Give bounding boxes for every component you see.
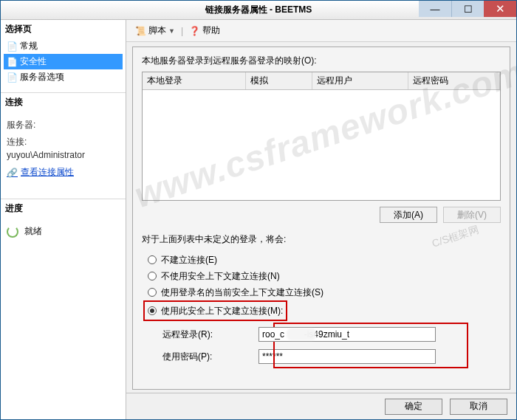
left-panel: 选择页 📄 常规 📄 安全性 📄 服务器选项 连接 服务器: — [1, 20, 126, 419]
view-connection-properties-link[interactable]: 🔗 查看连接属性 — [7, 166, 74, 179]
sidebar-item-label: 安全性 — [20, 55, 47, 68]
radio-icon — [148, 288, 157, 297]
dialog-footer: 确定 取消 — [126, 393, 516, 419]
connection-block: 服务器: 连接: yuyou\Administrator 🔗 查看连接属性 — [1, 110, 126, 199]
radio-label: 不建立连接(E) — [161, 252, 217, 268]
link-text: 查看连接属性 — [21, 166, 74, 179]
main-content: 本地服务器登录到远程服务器登录的映射(O): 本地登录 模拟 远程用户 远程密码… — [132, 47, 510, 390]
help-button[interactable]: ❓ 帮助 — [186, 23, 223, 38]
chevron-down-icon: ▼ — [168, 27, 175, 35]
radio-no-connection[interactable]: 不建立连接(E) — [148, 252, 501, 268]
page-tree: 📄 常规 📄 安全性 📄 服务器选项 — [1, 37, 126, 92]
password-input[interactable] — [258, 349, 436, 364]
close-button[interactable]: ✕ — [484, 1, 516, 17]
connection-label: 连接: — [7, 136, 120, 148]
radio-icon — [148, 272, 157, 280]
progress-status: 就绪 — [24, 225, 42, 238]
radio-label: 不使用安全上下文建立连接(N) — [161, 268, 280, 284]
grid-header: 本地登录 模拟 远程用户 远程密码 — [143, 72, 500, 90]
col-remote-password: 远程密码 — [408, 72, 500, 89]
progress-header: 进度 — [1, 199, 126, 216]
cancel-button[interactable]: 取消 — [450, 399, 507, 415]
sidebar-item-general[interactable]: 📄 常规 — [4, 38, 123, 54]
toolbar-separator: | — [181, 26, 183, 36]
radio-icon — [148, 306, 157, 315]
login-mapping-grid[interactable]: 本地登录 模拟 远程用户 远程密码 — [142, 72, 501, 201]
sidebar-item-label: 服务器选项 — [20, 71, 64, 83]
remote-login-input[interactable] — [258, 327, 436, 342]
progress-spinner-icon — [7, 226, 18, 238]
radio-current-security-context[interactable]: 使用登录名的当前安全上下文建立连接(S) — [148, 284, 501, 300]
window-title: 链接服务器属性 - BEETMS — [205, 4, 312, 16]
page-icon: 📄 — [7, 72, 17, 83]
add-button[interactable]: 添加(A) — [380, 207, 437, 223]
sidebar-item-security[interactable]: 📄 安全性 — [4, 54, 123, 69]
remote-login-label: 远程登录(R): — [162, 328, 258, 341]
radio-no-security-context[interactable]: 不使用安全上下文建立连接(N) — [148, 268, 501, 284]
server-label: 服务器: — [7, 119, 120, 131]
highlighted-radio: 使用此安全上下文建立连接(M): — [143, 300, 287, 321]
script-icon: 📜 — [135, 26, 146, 36]
help-label: 帮助 — [202, 24, 220, 37]
col-impersonate: 模拟 — [246, 72, 312, 89]
connection-value: yuyou\Administrator — [7, 150, 120, 160]
radio-label: 使用登录名的当前安全上下文建立连接(S) — [161, 284, 323, 300]
script-dropdown[interactable]: 📜 脚本 ▼ — [132, 23, 178, 38]
page-icon: 📄 — [7, 57, 17, 67]
radio-icon — [148, 255, 157, 264]
page-icon: 📄 — [7, 41, 17, 52]
toolbar: 📜 脚本 ▼ | ❓ 帮助 — [126, 20, 516, 42]
sidebar-item-label: 常规 — [20, 40, 38, 52]
maximize-button[interactable]: ☐ — [451, 1, 484, 17]
col-remote-user: 远程用户 — [312, 72, 408, 89]
grid-buttons: 添加(A) 删除(V) — [142, 207, 501, 223]
grid-body — [143, 90, 500, 200]
right-panel: 📜 脚本 ▼ | ❓ 帮助 本地服务器登录到远程服务器登录的映射(O): 本地登… — [126, 20, 516, 419]
script-label: 脚本 — [148, 24, 166, 37]
window-controls: — ☐ ✕ — [419, 1, 516, 17]
radio-use-this-security-context[interactable]: 使用此安全上下文建立连接(M): — [148, 300, 501, 321]
remove-button: 删除(V) — [443, 207, 501, 223]
content-area: 选择页 📄 常规 📄 安全性 📄 服务器选项 连接 服务器: — [1, 20, 516, 419]
select-page-header: 选择页 — [1, 20, 126, 37]
col-local-login: 本地登录 — [143, 72, 246, 89]
mapping-label: 本地服务器登录到远程服务器登录的映射(O): — [142, 55, 501, 67]
dialog-window: 链接服务器属性 - BEETMS — ☐ ✕ 选择页 📄 常规 📄 安全性 📄 — [0, 0, 517, 420]
minimize-button[interactable]: — — [419, 1, 451, 17]
undefined-login-label: 对于上面列表中未定义的登录，将会: — [142, 233, 501, 246]
sidebar-item-server-options[interactable]: 📄 服务器选项 — [4, 69, 123, 85]
link-icon: 🔗 — [7, 168, 18, 178]
password-label: 使用密码(P): — [162, 351, 258, 363]
ok-button[interactable]: 确定 — [385, 399, 442, 415]
help-icon: ❓ — [189, 26, 200, 36]
progress-block: 就绪 — [1, 216, 126, 419]
login-fields: 远程登录(R): 使用密码(P): — [162, 327, 501, 364]
radio-label: 使用此安全上下文建立连接(M): — [161, 303, 283, 319]
connection-header: 连接 — [1, 92, 126, 110]
security-radio-group: 不建立连接(E) 不使用安全上下文建立连接(N) 使用登录名的当前安全上下文建立… — [148, 252, 501, 321]
titlebar: 链接服务器属性 - BEETMS — ☐ ✕ — [1, 1, 516, 20]
